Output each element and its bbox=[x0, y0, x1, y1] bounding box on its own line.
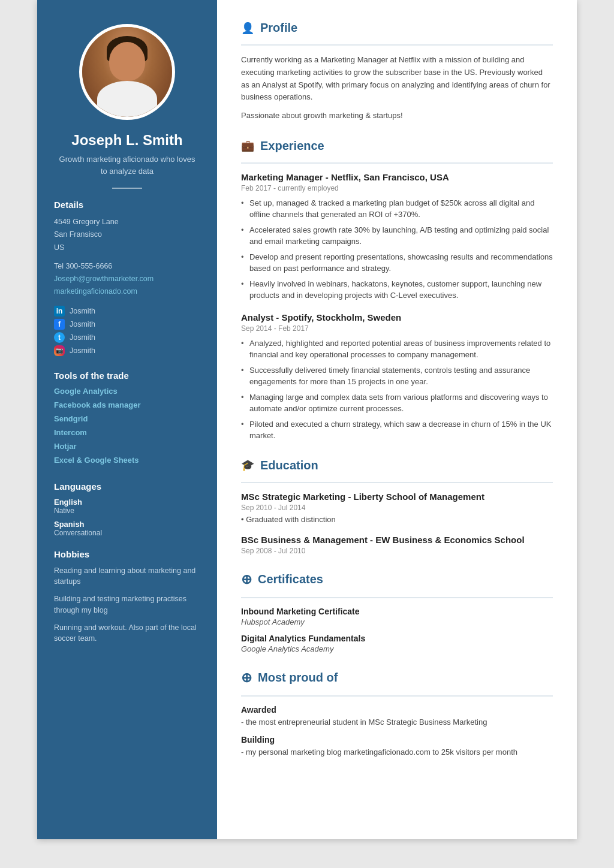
linkedin-handle: Josmith bbox=[70, 307, 95, 315]
job-1-bullet-2: Accelerated sales growth rate 30% by lau… bbox=[241, 224, 553, 248]
education-section: 🎓 Education MSc Strategic Marketing - Li… bbox=[241, 459, 553, 555]
avatar-face bbox=[109, 42, 145, 81]
facebook-row: f Josmith bbox=[54, 319, 200, 330]
most-proud-icon: ⊕ bbox=[241, 670, 252, 686]
facebook-handle: Josmith bbox=[70, 320, 95, 328]
tools-title: Tools of the trade bbox=[54, 370, 200, 381]
certificates-title: Certificates bbox=[258, 572, 323, 586]
cert-2: Digital Analytics Fundamentals Google An… bbox=[241, 634, 553, 653]
instagram-handle: Josmith bbox=[70, 346, 95, 355]
tool-1: Google Analytics bbox=[54, 387, 200, 396]
sidebar-divider bbox=[112, 188, 142, 189]
candidate-name: Joseph L. Smith bbox=[59, 132, 194, 149]
school-1-date: Sep 2010 - Jul 2014 bbox=[241, 504, 553, 512]
language-english: English Native bbox=[54, 498, 200, 515]
job-2-date: Sep 2014 - Feb 2017 bbox=[241, 324, 553, 333]
instagram-row: 📷 Josmith bbox=[54, 345, 200, 356]
experience-divider bbox=[241, 162, 553, 164]
profile-paragraph-2: Passionate about growth marketing & star… bbox=[241, 110, 553, 122]
most-proud-section: ⊕ Most proud of Awarded - the most entre… bbox=[241, 670, 553, 758]
hobby-2: Building and testing marketing practises… bbox=[54, 593, 200, 616]
certificates-icon: ⊕ bbox=[241, 572, 252, 587]
job-2-bullet-1: Analyzed, highlighted and reported poten… bbox=[241, 337, 553, 361]
school-1-detail: • Graduated with distinction bbox=[241, 515, 553, 524]
facebook-icon: f bbox=[54, 319, 65, 330]
profile-title: Profile bbox=[260, 21, 297, 35]
job-2-bullet-2: Successfully delivered timely financial … bbox=[241, 364, 553, 388]
hobbies-section: Hobbies Reading and learning about marke… bbox=[37, 549, 217, 651]
school-2-name: BSc Business & Management - EW Business … bbox=[241, 535, 553, 545]
language-spanish: Spanish Conversational bbox=[54, 520, 200, 537]
profile-section: 👤 Profile Currently working as a Marketi… bbox=[241, 21, 553, 122]
job-1-bullets: Set up, managed & tracked a marketing pl… bbox=[241, 197, 553, 302]
cert-2-name: Digital Analytics Fundamentals bbox=[241, 634, 553, 643]
proud-1-title: Awarded bbox=[241, 705, 553, 715]
address: 4549 Gregory Lane San Fransisco US bbox=[54, 216, 200, 254]
twitter-handle: Josmith bbox=[70, 333, 95, 342]
cert-1-name: Inbound Marketing Certificate bbox=[241, 607, 553, 616]
hobby-3: Running and workout. Also part of the lo… bbox=[54, 622, 200, 645]
cert-1-issuer: Hubspot Academy bbox=[241, 617, 553, 626]
experience-icon: 💼 bbox=[241, 139, 254, 152]
linkedin-icon: in bbox=[54, 306, 65, 317]
school-2: BSc Business & Management - EW Business … bbox=[241, 535, 553, 555]
school-1: MSc Strategic Marketing - Liberty School… bbox=[241, 492, 553, 524]
job-2-bullet-3: Managing large and complex data sets fro… bbox=[241, 391, 553, 415]
job-2-bullet-4: Piloted and executed a churn strategy, w… bbox=[241, 418, 553, 442]
most-proud-header: ⊕ Most proud of bbox=[241, 670, 553, 688]
instagram-icon: 📷 bbox=[54, 345, 65, 356]
twitter-row: t Josmith bbox=[54, 332, 200, 343]
tool-6: Excel & Google Sheets bbox=[54, 456, 200, 465]
twitter-icon: t bbox=[54, 332, 65, 343]
proud-2-desc: - my personal marketing blog marketingaf… bbox=[241, 746, 553, 758]
tool-2: Facebook ads manager bbox=[54, 400, 200, 409]
school-2-date: Sep 2008 - Jul 2010 bbox=[241, 547, 553, 555]
details-section: Details 4549 Gregory Lane San Fransisco … bbox=[37, 200, 217, 358]
tools-section: Tools of the trade Google Analytics Face… bbox=[37, 370, 217, 469]
experience-section: 💼 Experience Marketing Manager - Netflix… bbox=[241, 139, 553, 442]
candidate-tagline: Growth marketing aficionado who loves to… bbox=[37, 153, 217, 177]
hobby-1: Reading and learning about marketing and… bbox=[54, 565, 200, 588]
avatar-body bbox=[97, 81, 157, 117]
job-1: Marketing Manager - Netflix, San Francis… bbox=[241, 172, 553, 302]
job-2-title: Analyst - Spotify, Stockholm, Sweden bbox=[241, 312, 553, 323]
job-1-bullet-4: Heavily involved in webinars, hackatons,… bbox=[241, 278, 553, 302]
education-header: 🎓 Education bbox=[241, 459, 553, 475]
education-divider bbox=[241, 482, 553, 483]
profile-header: 👤 Profile bbox=[241, 21, 553, 37]
tool-5: Hotjar bbox=[54, 442, 200, 451]
hobbies-title: Hobbies bbox=[54, 549, 200, 559]
certificates-divider bbox=[241, 597, 553, 598]
experience-header: 💼 Experience bbox=[241, 139, 553, 155]
social-links: in Josmith f Josmith t Josmith 📷 Josmith bbox=[54, 306, 200, 356]
job-1-bullet-1: Set up, managed & tracked a marketing pl… bbox=[241, 197, 553, 221]
profile-paragraph-1: Currently working as a Marketing Manager… bbox=[241, 54, 553, 104]
proud-1: Awarded - the most entrepreneurial stude… bbox=[241, 705, 553, 728]
languages-section: Languages English Native Spanish Convers… bbox=[37, 481, 217, 537]
proud-1-desc: - the most entrepreneurial student in MS… bbox=[241, 716, 553, 728]
cert-1: Inbound Marketing Certificate Hubspot Ac… bbox=[241, 607, 553, 626]
job-1-title: Marketing Manager - Netflix, San Francis… bbox=[241, 172, 553, 182]
tool-3: Sendgrid bbox=[54, 414, 200, 423]
profile-divider bbox=[241, 44, 553, 46]
avatar bbox=[79, 24, 175, 120]
school-1-name: MSc Strategic Marketing - Liberty School… bbox=[241, 492, 553, 502]
tool-4: Intercom bbox=[54, 428, 200, 437]
linkedin-row: in Josmith bbox=[54, 306, 200, 317]
job-2: Analyst - Spotify, Stockholm, Sweden Sep… bbox=[241, 312, 553, 442]
education-title: Education bbox=[260, 459, 318, 472]
details-title: Details bbox=[54, 200, 200, 210]
languages-title: Languages bbox=[54, 481, 200, 492]
job-2-bullets: Analyzed, highlighted and reported poten… bbox=[241, 337, 553, 442]
proud-2: Building - my personal marketing blog ma… bbox=[241, 735, 553, 758]
cert-2-issuer: Google Analytics Academy bbox=[241, 644, 553, 653]
sidebar: Joseph L. Smith Growth marketing aficion… bbox=[37, 0, 217, 839]
most-proud-title: Most proud of bbox=[258, 671, 338, 685]
job-1-date: Feb 2017 - currently employed bbox=[241, 184, 553, 192]
profile-icon: 👤 bbox=[241, 22, 254, 35]
resume-container: Joseph L. Smith Growth marketing aficion… bbox=[37, 0, 577, 839]
job-1-bullet-3: Develop and present reporting presentati… bbox=[241, 251, 553, 275]
education-icon: 🎓 bbox=[241, 459, 254, 472]
main-content: 👤 Profile Currently working as a Marketi… bbox=[217, 0, 577, 839]
certificates-header: ⊕ Certificates bbox=[241, 572, 553, 590]
